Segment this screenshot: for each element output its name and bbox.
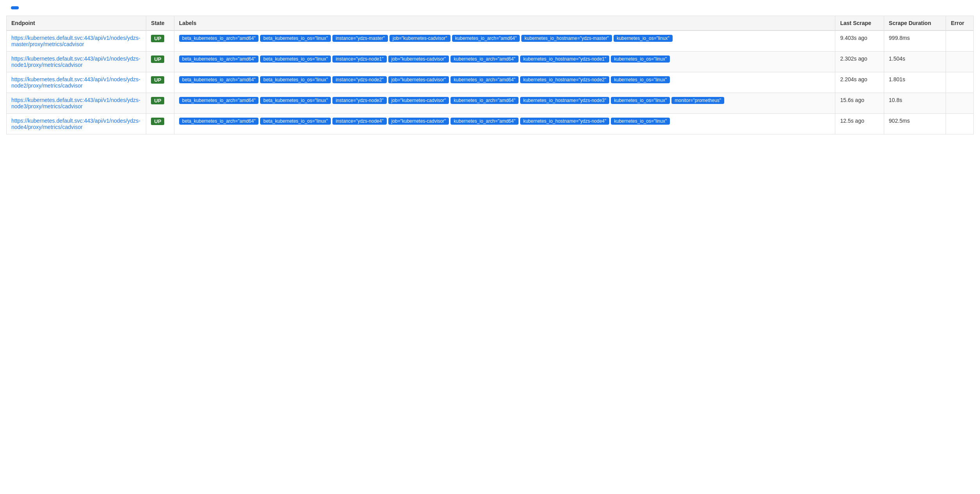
endpoint-link[interactable]: https://kubernetes.default.svc:443/api/v… xyxy=(11,35,140,47)
label-tag: beta_kubernetes_io_arch="amd64" xyxy=(179,76,259,83)
label-tag: kubernetes_io_os="linux" xyxy=(611,118,670,125)
endpoint-cell: https://kubernetes.default.svc:443/api/v… xyxy=(7,72,146,93)
table-header: Endpoint State Labels Last Scrape Scrape… xyxy=(7,16,974,31)
scrape-duration-cell: 999.8ms xyxy=(884,30,946,52)
last-scrape-cell: 12.5s ago xyxy=(835,114,884,134)
table-row: https://kubernetes.default.svc:443/api/v… xyxy=(7,93,974,114)
col-header-endpoint: Endpoint xyxy=(7,16,146,31)
error-cell xyxy=(946,114,974,134)
state-badge: UP xyxy=(151,76,164,84)
labels-cell: beta_kubernetes_io_arch="amd64"beta_kube… xyxy=(174,52,835,72)
label-tag: beta_kubernetes_io_os="linux" xyxy=(260,55,331,63)
label-tag: beta_kubernetes_io_os="linux" xyxy=(260,76,331,83)
labels-cell: beta_kubernetes_io_arch="amd64"beta_kube… xyxy=(174,93,835,114)
label-tag: kubernetes_io_hostname="ydzs-node2" xyxy=(520,76,609,83)
table-row: https://kubernetes.default.svc:443/api/v… xyxy=(7,30,974,52)
endpoint-cell: https://kubernetes.default.svc:443/api/v… xyxy=(7,93,146,114)
last-scrape-cell: 2.302s ago xyxy=(835,52,884,72)
label-tag: kubernetes_io_arch="amd64" xyxy=(451,97,519,104)
label-tag: kubernetes_io_os="linux" xyxy=(614,35,673,42)
label-tag: kubernetes_io_hostname="ydzs-master" xyxy=(521,35,612,42)
error-cell xyxy=(946,30,974,52)
label-tag: instance="ydzs-node4" xyxy=(332,118,386,125)
labels-cell: beta_kubernetes_io_arch="amd64"beta_kube… xyxy=(174,114,835,134)
label-tag: job="kubernetes-cadvisor" xyxy=(388,55,449,63)
label-tag: beta_kubernetes_io_os="linux" xyxy=(260,35,331,42)
col-header-state: State xyxy=(146,16,174,31)
label-tag: job="kubernetes-cadvisor" xyxy=(389,35,451,42)
error-cell xyxy=(946,93,974,114)
state-cell: UP xyxy=(146,52,174,72)
endpoint-link[interactable]: https://kubernetes.default.svc:443/api/v… xyxy=(11,97,140,109)
state-badge: UP xyxy=(151,55,164,63)
label-tag: job="kubernetes-cadvisor" xyxy=(388,118,449,125)
label-tag: beta_kubernetes_io_arch="amd64" xyxy=(179,35,259,42)
endpoint-cell: https://kubernetes.default.svc:443/api/v… xyxy=(7,30,146,52)
label-tag: kubernetes_io_hostname="ydzs-node1" xyxy=(520,55,609,63)
label-tag: beta_kubernetes_io_os="linux" xyxy=(260,97,331,104)
col-header-labels: Labels xyxy=(174,16,835,31)
label-tag: beta_kubernetes_io_arch="amd64" xyxy=(179,97,259,104)
endpoint-link[interactable]: https://kubernetes.default.svc:443/api/v… xyxy=(11,118,140,130)
scrape-duration-cell: 1.504s xyxy=(884,52,946,72)
state-cell: UP xyxy=(146,93,174,114)
table-body: https://kubernetes.default.svc:443/api/v… xyxy=(7,30,974,134)
label-tag: kubernetes_io_arch="amd64" xyxy=(452,35,520,42)
label-tag: instance="ydzs-node2" xyxy=(332,76,386,83)
endpoint-link[interactable]: https://kubernetes.default.svc:443/api/v… xyxy=(11,55,140,68)
targets-table: Endpoint State Labels Last Scrape Scrape… xyxy=(6,16,974,134)
col-header-last-scrape: Last Scrape xyxy=(835,16,884,31)
label-tag: instance="ydzs-node1" xyxy=(332,55,386,63)
label-tag: kubernetes_io_hostname="ydzs-node4" xyxy=(520,118,609,125)
label-tag: kubernetes_io_hostname="ydzs-node3" xyxy=(520,97,609,104)
endpoint-cell: https://kubernetes.default.svc:443/api/v… xyxy=(7,52,146,72)
state-cell: UP xyxy=(146,72,174,93)
table-row: https://kubernetes.default.svc:443/api/v… xyxy=(7,114,974,134)
error-cell xyxy=(946,72,974,93)
scrape-duration-cell: 1.801s xyxy=(884,72,946,93)
last-scrape-cell: 15.6s ago xyxy=(835,93,884,114)
table-row: https://kubernetes.default.svc:443/api/v… xyxy=(7,52,974,72)
label-tag: kubernetes_io_os="linux" xyxy=(611,97,670,104)
state-badge: UP xyxy=(151,118,164,125)
last-scrape-cell: 2.204s ago xyxy=(835,72,884,93)
state-badge: UP xyxy=(151,97,164,104)
state-badge: UP xyxy=(151,35,164,42)
endpoint-cell: https://kubernetes.default.svc:443/api/v… xyxy=(7,114,146,134)
labels-cell: beta_kubernetes_io_arch="amd64"beta_kube… xyxy=(174,30,835,52)
label-tag: kubernetes_io_os="linux" xyxy=(611,55,670,63)
scrape-duration-cell: 10.8s xyxy=(884,93,946,114)
label-tag: beta_kubernetes_io_arch="amd64" xyxy=(179,55,259,63)
scrape-duration-cell: 902.5ms xyxy=(884,114,946,134)
label-tag: kubernetes_io_os="linux" xyxy=(611,76,670,83)
label-tag: kubernetes_io_arch="amd64" xyxy=(451,55,519,63)
col-header-error: Error xyxy=(946,16,974,31)
state-cell: UP xyxy=(146,30,174,52)
label-tag: beta_kubernetes_io_os="linux" xyxy=(260,118,331,125)
label-tag: kubernetes_io_arch="amd64" xyxy=(451,118,519,125)
label-tag: job="kubernetes-cadvisor" xyxy=(388,97,449,104)
label-tag: job="kubernetes-cadvisor" xyxy=(388,76,449,83)
error-cell xyxy=(946,52,974,72)
page-header xyxy=(6,6,974,9)
label-tag: instance="ydzs-master" xyxy=(332,35,388,42)
label-tag: instance="ydzs-node3" xyxy=(332,97,386,104)
show-less-button[interactable] xyxy=(11,6,19,9)
col-header-scrape-duration: Scrape Duration xyxy=(884,16,946,31)
labels-cell: beta_kubernetes_io_arch="amd64"beta_kube… xyxy=(174,72,835,93)
label-tag: kubernetes_io_arch="amd64" xyxy=(451,76,519,83)
label-tag: monitor="prometheus" xyxy=(671,97,724,104)
table-row: https://kubernetes.default.svc:443/api/v… xyxy=(7,72,974,93)
label-tag: beta_kubernetes_io_arch="amd64" xyxy=(179,118,259,125)
last-scrape-cell: 9.403s ago xyxy=(835,30,884,52)
state-cell: UP xyxy=(146,114,174,134)
endpoint-link[interactable]: https://kubernetes.default.svc:443/api/v… xyxy=(11,76,140,89)
